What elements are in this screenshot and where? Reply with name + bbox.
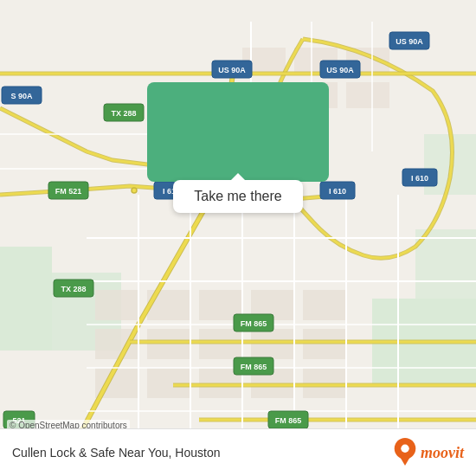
map-background: TX 288 US 90A US 90A S 90A US 90A I 610 … [0,0,476,476]
bottom-bar: Cullen Lock & Safe Near You, Houston moo… [0,428,476,476]
svg-text:TX 288: TX 288 [111,109,136,118]
svg-rect-6 [95,290,138,320]
svg-text:S 90A: S 90A [10,92,33,100]
location-label: Cullen Lock & Safe Near You, Houston [12,446,221,460]
moovit-wordmark: moovit [421,444,464,462]
svg-text:TX 288: TX 288 [61,285,86,293]
svg-rect-10 [303,290,346,320]
svg-point-75 [401,445,408,453]
svg-text:US 90A: US 90A [326,66,354,74]
moovit-logo: moovit [393,438,464,467]
map-container: TX 288 US 90A US 90A S 90A US 90A I 610 … [0,0,476,476]
svg-text:I 610: I 610 [411,174,428,183]
svg-text:FM 865: FM 865 [241,319,267,328]
popup-overlay: Take me there [147,82,329,215]
svg-text:US 90A: US 90A [396,37,423,46]
svg-text:US 90A: US 90A [218,66,246,74]
svg-text:I 610: I 610 [329,187,346,196]
svg-text:FM 865: FM 865 [275,416,302,425]
take-me-there-button[interactable]: Take me there [173,180,302,213]
moovit-pin-icon [393,438,417,467]
svg-text:FM 865: FM 865 [241,363,267,371]
svg-point-73 [132,188,137,193]
take-me-there-label: Take me there [194,189,281,203]
popup-green-box [147,82,329,182]
svg-rect-26 [346,82,389,108]
svg-marker-76 [399,456,410,466]
svg-rect-1 [0,247,52,351]
svg-text:FM 521: FM 521 [55,187,82,196]
